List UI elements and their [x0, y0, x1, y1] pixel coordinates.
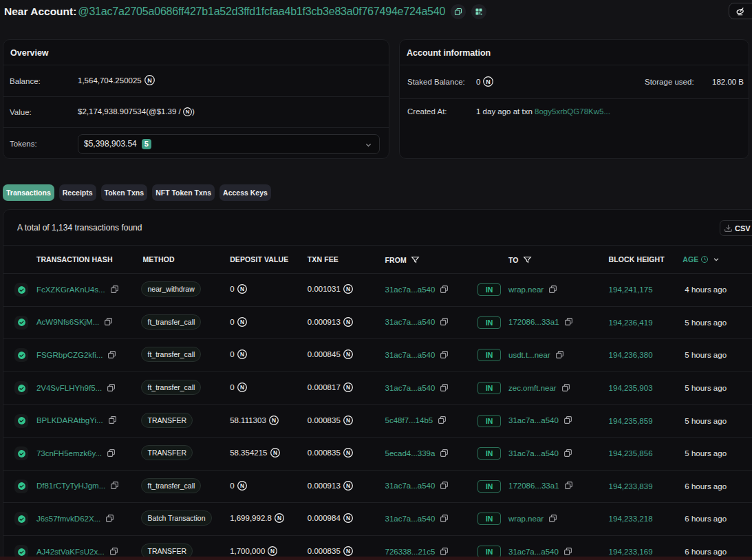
svg-text:N: N — [346, 384, 350, 391]
svg-text:N: N — [272, 449, 277, 456]
svg-text:N: N — [346, 449, 350, 456]
svg-text:N: N — [346, 286, 350, 292]
svg-text:N: N — [240, 352, 244, 358]
svg-text:N: N — [240, 319, 244, 325]
svg-text:N: N — [486, 78, 491, 85]
svg-text:N: N — [346, 482, 350, 489]
svg-text:N: N — [346, 548, 350, 554]
svg-text:N: N — [346, 515, 350, 522]
svg-text:N: N — [277, 515, 281, 522]
svg-text:N: N — [240, 286, 244, 292]
svg-text:N: N — [186, 109, 190, 115]
svg-text:N: N — [147, 77, 152, 84]
svg-text:N: N — [240, 384, 244, 391]
svg-text:N: N — [270, 548, 275, 554]
svg-text:N: N — [346, 352, 350, 358]
svg-text:N: N — [240, 482, 244, 489]
svg-text:N: N — [272, 417, 276, 424]
svg-text:N: N — [346, 319, 350, 325]
svg-text:N: N — [346, 417, 350, 424]
